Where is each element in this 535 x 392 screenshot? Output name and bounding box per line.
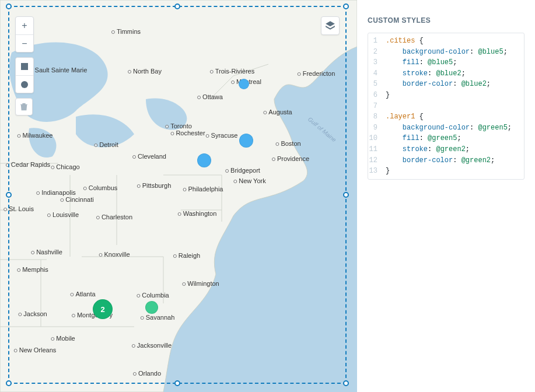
code-line[interactable]: 2 background-color: @blue5; [368,47,524,58]
line-number: 13 [368,166,382,177]
zoom-controls: + − [15,16,34,52]
line-number: 1 [368,36,382,47]
circle-tool-button[interactable] [16,75,33,93]
resize-handle[interactable] [6,192,12,198]
resize-handle[interactable] [174,4,180,9]
line-number: 4 [368,68,382,79]
line-number: 3 [368,57,382,68]
trash-button[interactable] [15,98,33,116]
code-line[interactable]: 11 stroke: @green2; [368,144,524,155]
code-line[interactable]: 12 border-color: @green2; [368,155,524,166]
resize-handle[interactable] [174,380,180,386]
map-container[interactable]: Gulf of Maine Sault Sainte MarieTimminsN… [0,0,357,392]
resize-handle[interactable] [6,4,12,9]
code-editor[interactable]: 1.cities {2 background-color: @blue5;3 f… [368,33,524,180]
line-number: 8 [368,111,382,123]
zoom-out-button[interactable]: − [16,34,33,52]
resize-handle[interactable] [6,380,12,386]
code-content: } [382,90,390,101]
trash-icon [20,103,28,111]
code-line[interactable]: 8.layer1 { [368,111,524,123]
code-content: fill: @blue5; [382,57,457,68]
resize-handle[interactable] [343,4,349,9]
line-number: 5 [368,79,382,90]
sidebar-title: CUSTOM STYLES [368,16,524,24]
code-line[interactable]: 9 background-color: @green5; [368,123,524,134]
rectangle-tool-button[interactable] [16,58,33,75]
code-content: background-color: @blue5; [382,47,508,58]
code-content: fill: @green5; [382,133,461,144]
code-line[interactable]: 4 stroke: @blue2; [368,68,524,79]
line-number: 9 [368,123,382,134]
code-line[interactable]: 5 border-color: @blue2; [368,79,524,90]
code-line[interactable]: 6} [368,90,524,101]
resize-handle[interactable] [343,192,349,198]
code-line[interactable]: 13} [368,166,524,179]
code-content: stroke: @blue2; [382,68,466,79]
minus-icon: − [22,38,27,49]
shape-controls [15,57,34,93]
line-number: 10 [368,133,382,144]
code-content: stroke: @green2; [382,144,470,155]
code-content: .cities { [382,36,424,47]
line-number: 12 [368,155,382,166]
layers-icon [325,20,335,31]
sidebar: CUSTOM STYLES 1.cities {2 background-col… [357,0,535,392]
circle-icon [21,81,28,88]
line-number: 11 [368,144,382,155]
square-icon [21,63,28,70]
line-number: 7 [368,101,382,112]
code-content: .layer1 { [382,111,424,123]
code-content [382,101,390,112]
code-content: border-color: @green2; [382,155,495,166]
zoom-in-button[interactable]: + [16,17,33,34]
code-content: } [382,166,390,177]
code-line[interactable]: 1.cities { [368,33,524,47]
code-content: background-color: @green5; [382,123,512,134]
plus-icon: + [22,20,27,31]
code-line[interactable]: 3 fill: @blue5; [368,57,524,68]
code-content: border-color: @blue2; [382,79,491,90]
line-number: 2 [368,47,382,58]
line-number: 6 [368,90,382,101]
resize-handle[interactable] [343,380,349,386]
code-line[interactable]: 10 fill: @green5; [368,133,524,144]
selection-box[interactable] [8,6,347,384]
layers-button[interactable] [321,16,340,35]
code-line[interactable]: 7 [368,101,524,112]
